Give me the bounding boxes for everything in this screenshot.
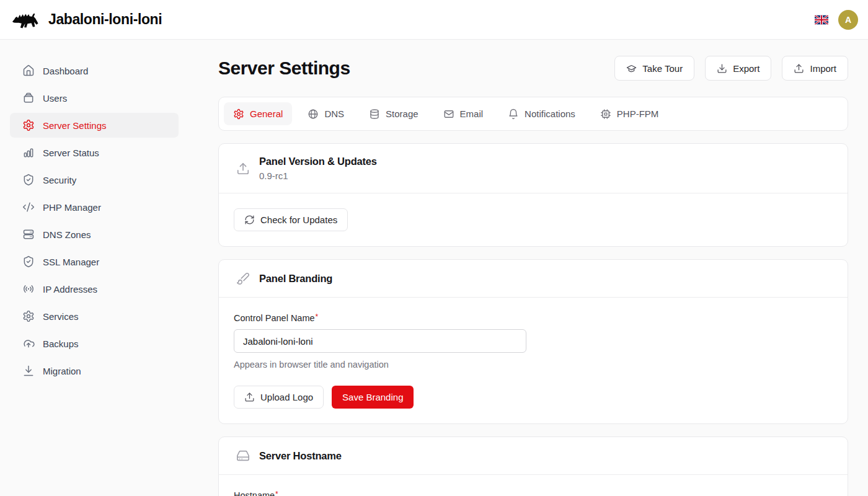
upload-icon [244, 392, 255, 402]
bell-icon [508, 108, 519, 120]
sidebar-item-server-settings[interactable]: Server Settings [10, 113, 179, 138]
download-icon [22, 365, 35, 377]
shield-check-icon [22, 174, 35, 186]
tab-dns[interactable]: DNS [298, 102, 353, 125]
sidebar-item-security[interactable]: Security [10, 167, 179, 192]
page-title: Server Settings [218, 58, 350, 79]
panel-branding-card: Panel Branding Control Panel Name* Appea… [218, 259, 848, 424]
uk-flag-icon[interactable] [815, 15, 828, 25]
sidebar-item-label: Services [43, 311, 79, 322]
main-content: Server Settings Take Tour Export Import [188, 40, 868, 496]
save-branding-button[interactable]: Save Branding [332, 386, 414, 409]
cpu-icon [600, 108, 611, 120]
sidebar-item-label: SSL Manager [43, 257, 99, 267]
tab-general[interactable]: General [224, 102, 292, 125]
tab-notifications[interactable]: Notifications [498, 102, 585, 125]
code-icon [22, 201, 35, 213]
sidebar-item-ip-addresses[interactable]: IP Addresses [10, 277, 179, 301]
hostname-label: Hostname* [234, 490, 278, 496]
sidebar-item-migration[interactable]: Migration [10, 358, 179, 383]
database-icon [369, 108, 380, 120]
import-button[interactable]: Import [782, 56, 848, 81]
brand-title: Jabaloni-loni-loni [48, 11, 162, 28]
button-label: Take Tour [642, 63, 683, 74]
tab-label: PHP-FPM [617, 108, 659, 119]
paintbrush-icon [236, 272, 250, 285]
sidebar-item-label: Security [43, 175, 76, 185]
refresh-icon [244, 215, 255, 225]
graduation-cap-icon [626, 63, 637, 74]
tab-php-fpm[interactable]: PHP-FPM [591, 102, 668, 125]
panel-version-card: Panel Version & Updates 0.9-rc1 Check fo… [218, 143, 848, 247]
field-helper-text: Appears in browser title and navigation [234, 360, 833, 370]
sidebar-item-label: Dashboard [43, 66, 88, 76]
upload-icon [236, 162, 250, 175]
sidebar-item-services[interactable]: Services [10, 304, 179, 329]
sidebar-item-label: DNS Zones [43, 229, 91, 240]
top-header: Jabaloni-loni-loni A [0, 0, 868, 40]
users-drawer-icon [22, 92, 35, 104]
card-title: Server Hostname [259, 450, 342, 462]
control-panel-name-input[interactable] [234, 329, 526, 353]
sidebar-item-php-manager[interactable]: PHP Manager [10, 195, 179, 219]
check-for-updates-button[interactable]: Check for Updates [234, 208, 348, 231]
broadcast-icon [22, 283, 35, 295]
server-stack-icon [22, 228, 35, 241]
tab-email[interactable]: Email [434, 102, 493, 125]
tab-label: General [250, 108, 283, 119]
required-asterisk: * [316, 312, 319, 321]
page-actions: Take Tour Export Import [614, 56, 848, 81]
take-tour-button[interactable]: Take Tour [614, 56, 694, 81]
control-panel-name-label: Control Panel Name* [234, 313, 318, 323]
shield-check-icon [22, 255, 35, 268]
server-hostname-card: Server Hostname Hostname* [218, 436, 848, 496]
button-label: Upload Logo [260, 392, 313, 402]
cloud-upload-icon [22, 337, 35, 350]
sidebar: Dashboard Users Server Settings Server S… [0, 40, 188, 496]
upload-logo-button[interactable]: Upload Logo [234, 386, 324, 409]
sidebar-item-dashboard[interactable]: Dashboard [10, 58, 179, 83]
button-label: Export [733, 63, 760, 74]
button-label: Check for Updates [260, 215, 337, 225]
upload-icon [794, 63, 804, 74]
gear-icon [233, 108, 244, 120]
settings-tabs: General DNS Storage Email Notifications … [218, 97, 848, 131]
mail-icon [443, 108, 454, 120]
tab-label: Storage [386, 108, 418, 119]
sidebar-item-label: Server Settings [43, 120, 107, 131]
sidebar-item-label: Server Status [43, 148, 99, 158]
sidebar-item-backups[interactable]: Backups [10, 331, 179, 356]
gear-icon [22, 119, 35, 131]
tab-label: Notifications [525, 108, 575, 119]
sidebar-item-ssl-manager[interactable]: SSL Manager [10, 249, 179, 274]
gear-icon [22, 310, 35, 322]
tab-label: Email [460, 108, 484, 119]
sidebar-item-label: Migration [43, 366, 81, 376]
sidebar-item-label: Backups [43, 339, 79, 349]
hard-drive-icon [236, 449, 250, 463]
download-icon [717, 63, 727, 74]
required-asterisk: * [275, 490, 278, 496]
bar-chart-icon [22, 146, 35, 159]
sidebar-item-label: Users [43, 93, 67, 104]
tab-label: DNS [324, 108, 344, 119]
tab-storage[interactable]: Storage [360, 102, 428, 125]
home-icon [22, 64, 35, 77]
sidebar-item-label: PHP Manager [43, 202, 101, 213]
button-label: Import [810, 63, 836, 74]
panel-version-value: 0.9-rc1 [259, 170, 377, 181]
card-title: Panel Branding [259, 273, 332, 285]
sidebar-item-users[interactable]: Users [10, 86, 179, 110]
boar-icon [11, 8, 40, 32]
brand[interactable]: Jabaloni-loni-loni [11, 8, 162, 32]
card-title: Panel Version & Updates [259, 156, 377, 167]
sidebar-item-server-status[interactable]: Server Status [10, 140, 179, 165]
sidebar-item-label: IP Addresses [43, 284, 97, 294]
sidebar-item-dns-zones[interactable]: DNS Zones [10, 222, 179, 247]
export-button[interactable]: Export [705, 56, 771, 81]
globe-icon [308, 108, 319, 120]
user-avatar[interactable]: A [838, 10, 858, 30]
